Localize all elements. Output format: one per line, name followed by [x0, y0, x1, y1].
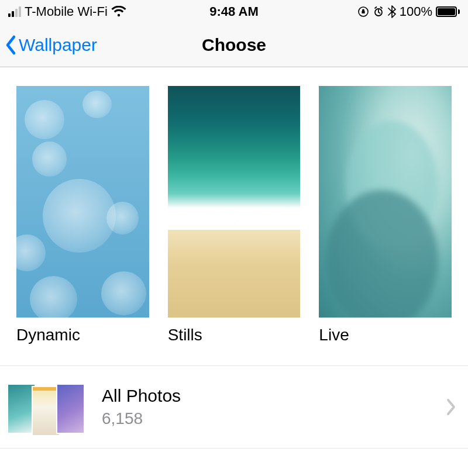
wallpaper-categories: Dynamic Stills Live [0, 67, 468, 344]
bluetooth-icon [388, 5, 396, 18]
status-bar: T-Mobile Wi-Fi 9:48 AM 100% [0, 0, 468, 23]
status-right: 100% [357, 4, 460, 19]
category-label: Stills [168, 326, 301, 344]
status-left: T-Mobile Wi-Fi [8, 4, 126, 19]
album-mini-thumb [8, 385, 35, 433]
album-title: All Photos [102, 386, 428, 406]
album-mini-thumb [33, 387, 59, 435]
chevron-right-icon [446, 398, 456, 416]
battery-percent: 100% [400, 4, 432, 19]
category-stills[interactable]: Stills [168, 86, 301, 344]
page-title: Choose [202, 35, 266, 55]
back-button[interactable]: Wallpaper [5, 35, 97, 56]
stills-thumbnail [168, 86, 301, 318]
album-thumbnail-stack [8, 378, 84, 436]
alarm-icon [373, 6, 384, 18]
content: Dynamic Stills Live All Photos 6,158 [0, 67, 468, 449]
dynamic-thumbnail [16, 86, 149, 318]
album-text: All Photos 6,158 [102, 386, 428, 428]
category-label: Dynamic [16, 326, 149, 344]
chevron-left-icon [5, 35, 18, 56]
rotation-lock-icon [357, 6, 369, 18]
cellular-signal-icon [8, 6, 21, 17]
albums-section: All Photos 6,158 [0, 365, 468, 449]
album-count: 6,158 [102, 409, 428, 428]
category-dynamic[interactable]: Dynamic [16, 86, 149, 344]
category-label: Live [319, 326, 452, 344]
status-time: 9:48 AM [209, 4, 259, 19]
carrier-label: T-Mobile Wi-Fi [25, 4, 108, 19]
back-label: Wallpaper [19, 35, 97, 55]
album-all-photos[interactable]: All Photos 6,158 [0, 366, 468, 448]
album-mini-thumb [57, 385, 84, 433]
navigation-bar: Wallpaper Choose [0, 23, 468, 67]
live-thumbnail [319, 86, 452, 318]
wifi-icon [111, 6, 126, 18]
category-live[interactable]: Live [319, 86, 452, 344]
battery-icon [436, 6, 460, 17]
